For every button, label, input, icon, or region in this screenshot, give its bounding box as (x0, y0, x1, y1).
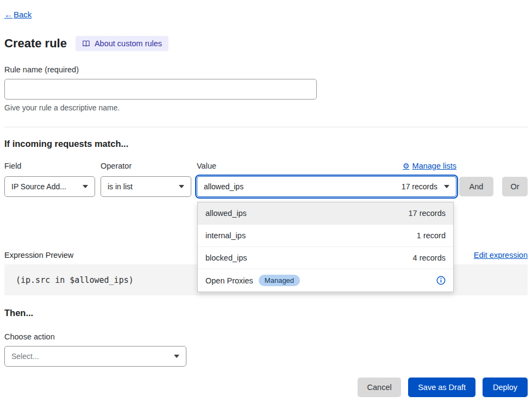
field-select-value: IP Source Add... (11, 182, 76, 191)
value-select-wrap: allowed_ips 17 records allowed_ips 17 re… (197, 176, 456, 197)
field-select[interactable]: IP Source Add... (4, 176, 95, 197)
list-option-name: internal_ips (205, 231, 246, 240)
list-option-name: Open Proxies (205, 276, 253, 285)
managed-badge: Managed (259, 275, 300, 287)
chevron-down-icon (444, 185, 449, 188)
list-option-allowed-ips[interactable]: allowed_ips 17 records (198, 202, 453, 225)
expression-code-text: (ip.src in $allowed_ips) (16, 275, 134, 285)
operator-label: Operator (101, 162, 197, 170)
match-controls-row: IP Source Add... is in list allowed_ips … (4, 176, 528, 197)
choose-action-label: Choose action (4, 332, 528, 341)
field-label: Field (4, 162, 101, 170)
back-link-label: Back (14, 10, 32, 19)
page-title: Create rule (4, 36, 67, 51)
value-select-count: 17 records (402, 182, 437, 191)
chevron-down-icon (83, 185, 88, 188)
list-option-internal-ips[interactable]: internal_ips 1 record (198, 225, 453, 247)
manage-lists-label: Manage lists (412, 162, 456, 170)
action-select[interactable]: Select... (4, 346, 186, 367)
section-divider (4, 127, 528, 127)
create-rule-page: ←Back Create rule About custom rules Rul… (0, 0, 532, 397)
deploy-button[interactable]: Deploy (483, 378, 528, 397)
cancel-button[interactable]: Cancel (358, 378, 401, 397)
chevron-down-icon (174, 355, 179, 358)
about-custom-rules-link[interactable]: About custom rules (76, 36, 168, 51)
edit-expression-link[interactable]: Edit expression (474, 251, 528, 259)
or-button[interactable]: Or (502, 177, 528, 196)
list-dropdown-menu: allowed_ips 17 records internal_ips 1 re… (197, 202, 454, 292)
list-option-count: 17 records (408, 209, 446, 218)
save-as-draft-button[interactable]: Save as Draft (408, 378, 475, 397)
list-option-name: allowed_ips (205, 209, 247, 218)
back-link[interactable]: ←Back (4, 10, 32, 19)
value-label: Value (197, 162, 216, 170)
manage-lists-link[interactable]: ⚙ Manage lists (403, 162, 456, 170)
rule-name-input[interactable] (4, 79, 317, 100)
about-custom-rules-label: About custom rules (95, 39, 162, 48)
match-section-heading: If incoming requests match... (4, 139, 528, 149)
action-select-placeholder: Select... (11, 352, 167, 361)
gear-icon: ⚙ (403, 162, 410, 170)
operator-select-value: is in list (108, 182, 172, 191)
expression-preview-label: Expression Preview (4, 251, 73, 259)
operator-select[interactable]: is in list (101, 176, 191, 197)
then-section-heading: Then... (4, 308, 528, 318)
title-row: Create rule About custom rules (4, 36, 528, 51)
value-select[interactable]: allowed_ips 17 records (197, 176, 456, 197)
info-icon[interactable] (436, 276, 446, 285)
list-option-open-proxies[interactable]: Open Proxies Managed (198, 269, 453, 292)
list-option-name: blocked_ips (205, 253, 247, 262)
list-option-blocked-ips[interactable]: blocked_ips 4 records (198, 247, 453, 269)
value-select-name: allowed_ips (204, 182, 402, 191)
back-arrow-icon: ← (4, 10, 12, 19)
book-icon (82, 40, 90, 48)
list-option-count: 4 records (413, 253, 446, 262)
rule-name-helper: Give your rule a descriptive name. (4, 103, 528, 112)
chevron-down-icon (179, 185, 184, 188)
rule-name-label: Rule name (required) (4, 65, 528, 74)
list-option-count: 1 record (417, 231, 446, 240)
match-labels-row: Field Operator Value ⚙ Manage lists (4, 162, 528, 170)
and-button[interactable]: And (459, 177, 493, 196)
footer-actions: Cancel Save as Draft Deploy (4, 378, 528, 397)
